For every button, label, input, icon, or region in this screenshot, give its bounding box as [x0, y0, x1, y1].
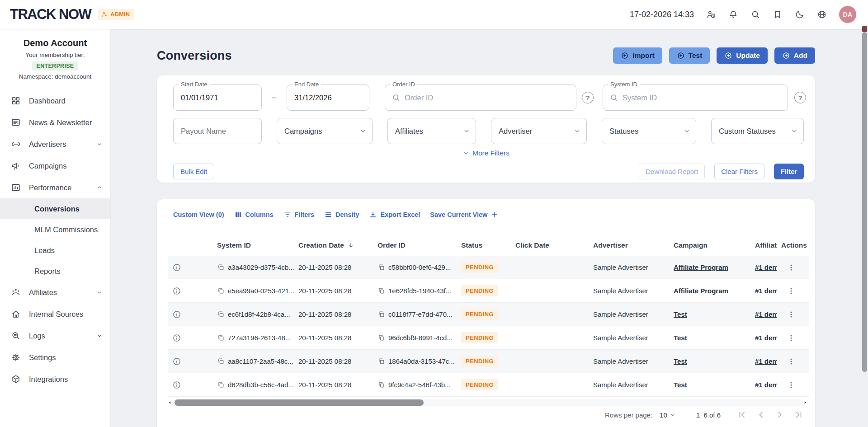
save-current-view-button[interactable]: Save Current View: [430, 211, 499, 219]
header-status[interactable]: Status: [457, 241, 511, 249]
previous-page-button[interactable]: [756, 410, 766, 420]
copy-icon[interactable]: [217, 263, 225, 271]
row-info-icon[interactable]: [172, 333, 181, 343]
campaign-link[interactable]: Test: [674, 334, 687, 342]
campaign-link[interactable]: Test: [674, 357, 687, 365]
more-filters-toggle[interactable]: More Filters: [462, 149, 509, 157]
copy-icon[interactable]: [377, 263, 385, 271]
first-page-button[interactable]: [737, 410, 747, 420]
row-actions-kebab[interactable]: [787, 333, 796, 343]
custom-statuses-select[interactable]: Custom Statuses: [711, 118, 804, 144]
next-page-button[interactable]: [775, 410, 785, 420]
order-id-field[interactable]: Order ID Order ID: [385, 84, 576, 111]
import-button[interactable]: Import: [613, 47, 662, 64]
scroll-left-arrow-icon[interactable]: [168, 400, 172, 405]
campaign-link[interactable]: Test: [674, 381, 687, 389]
header-order-id[interactable]: Order ID: [373, 241, 457, 249]
copy-icon[interactable]: [377, 357, 385, 365]
copy-icon[interactable]: [217, 310, 225, 318]
order-id-help-icon[interactable]: ?: [582, 92, 594, 103]
sidebar-item-logs[interactable]: Logs: [0, 325, 110, 347]
start-date-field[interactable]: Start Date 01/01/1971: [173, 84, 262, 111]
custom-view-button[interactable]: Custom View (0): [173, 211, 224, 218]
copy-icon[interactable]: [217, 357, 225, 365]
search-icon[interactable]: [750, 9, 760, 19]
copy-icon[interactable]: [377, 334, 385, 342]
sidebar-item-affiliates[interactable]: Affiliates: [0, 282, 110, 303]
sidebar-item-settings[interactable]: Settings: [0, 347, 110, 368]
advertiser-select[interactable]: Advertiser: [491, 118, 587, 144]
filters-button[interactable]: Filters: [283, 211, 315, 219]
language-globe-icon[interactable]: [817, 9, 827, 19]
columns-button[interactable]: Columns: [234, 211, 274, 219]
app-logo[interactable]: TRACK NOW: [10, 6, 91, 23]
bookmark-icon[interactable]: [773, 9, 783, 19]
copy-icon[interactable]: [377, 381, 385, 389]
sidebar-item-news-newsletter[interactable]: News & Newsletter: [0, 112, 110, 133]
sidebar-item-advertisers[interactable]: Advertisers: [0, 133, 110, 155]
scroll-right-arrow-icon[interactable]: [803, 400, 807, 405]
header-creation-date[interactable]: Creation Date: [294, 241, 373, 249]
campaigns-select[interactable]: Campaigns: [277, 118, 373, 144]
sidebar-item-leads[interactable]: Leads: [0, 240, 110, 261]
copy-icon[interactable]: [217, 381, 225, 389]
sidebar-item-performance[interactable]: Performance: [0, 177, 110, 198]
add-button[interactable]: Add: [774, 47, 815, 64]
affiliate-link[interactable]: #1 dem: [755, 381, 777, 389]
row-info-icon[interactable]: [172, 357, 181, 366]
header-campaign[interactable]: Campaign: [669, 241, 750, 249]
clear-filters-button[interactable]: Clear Filters: [714, 164, 764, 179]
row-actions-kebab[interactable]: [787, 310, 796, 319]
sidebar-item-dashboard[interactable]: Dashboard: [0, 90, 110, 112]
affiliate-link[interactable]: #1 dem: [755, 287, 777, 295]
filter-button[interactable]: Filter: [774, 164, 804, 179]
update-button[interactable]: Update: [717, 47, 768, 64]
notifications-bell-icon[interactable]: [728, 9, 738, 19]
horizontal-scrollbar[interactable]: [171, 399, 803, 406]
header-affiliate[interactable]: Affiliate: [750, 241, 777, 249]
density-button[interactable]: Density: [324, 211, 359, 219]
row-info-icon[interactable]: [172, 263, 181, 272]
payout-name-field[interactable]: Payout Name: [173, 118, 262, 144]
row-actions-kebab[interactable]: [787, 263, 796, 272]
system-id-field[interactable]: System ID System ID: [603, 84, 788, 111]
statuses-select[interactable]: Statuses: [602, 118, 696, 144]
copy-icon[interactable]: [217, 334, 225, 342]
affiliate-link[interactable]: #1 dem: [755, 263, 777, 271]
bulk-edit-button[interactable]: Bulk Edit: [173, 164, 214, 179]
header-advertiser[interactable]: Advertiser: [589, 241, 669, 249]
affiliate-link[interactable]: #1 dem: [755, 334, 777, 342]
user-activity-icon[interactable]: [706, 9, 716, 19]
affiliate-link[interactable]: #1 dem: [755, 357, 777, 365]
sidebar-item-conversions[interactable]: Conversions: [0, 198, 110, 219]
rows-per-page-select[interactable]: 10: [660, 411, 676, 419]
campaign-link[interactable]: Test: [674, 310, 687, 318]
horizontal-scrollbar-thumb[interactable]: [175, 399, 424, 406]
row-actions-kebab[interactable]: [787, 380, 796, 389]
sidebar-item-integrations[interactable]: Integrations: [0, 368, 110, 390]
export-excel-button[interactable]: Export Excel: [369, 211, 420, 219]
vertical-scrollbar-thumb[interactable]: [862, 32, 867, 372]
copy-icon[interactable]: [217, 287, 225, 295]
copy-icon[interactable]: [377, 287, 385, 295]
end-date-field[interactable]: End Date 31/12/2026: [287, 84, 369, 111]
row-info-icon[interactable]: [172, 380, 181, 389]
row-info-icon[interactable]: [172, 310, 181, 319]
campaign-link[interactable]: Affiliate Program: [674, 263, 728, 271]
row-actions-kebab[interactable]: [787, 357, 796, 366]
dark-mode-moon-icon[interactable]: [795, 9, 805, 19]
sidebar-item-reports[interactable]: Reports: [0, 261, 110, 282]
row-info-icon[interactable]: [172, 286, 181, 296]
vertical-scrollbar[interactable]: [862, 26, 867, 372]
copy-icon[interactable]: [377, 310, 385, 318]
sidebar-item-mlm-commissions[interactable]: MLM Commissions: [0, 219, 110, 240]
header-click-date[interactable]: Click Date: [511, 241, 589, 249]
affiliate-link[interactable]: #1 dem: [755, 310, 777, 318]
test-button[interactable]: Test: [669, 47, 710, 64]
campaign-link[interactable]: Affiliate Program: [674, 287, 728, 295]
download-report-button[interactable]: Download Report: [639, 164, 705, 179]
affiliates-select[interactable]: Affiliates: [387, 118, 476, 144]
sidebar-item-campaigns[interactable]: Campaigns: [0, 155, 110, 177]
sidebar-item-internal-sources[interactable]: Internal Sources: [0, 303, 110, 325]
system-id-help-icon[interactable]: ?: [794, 92, 806, 103]
